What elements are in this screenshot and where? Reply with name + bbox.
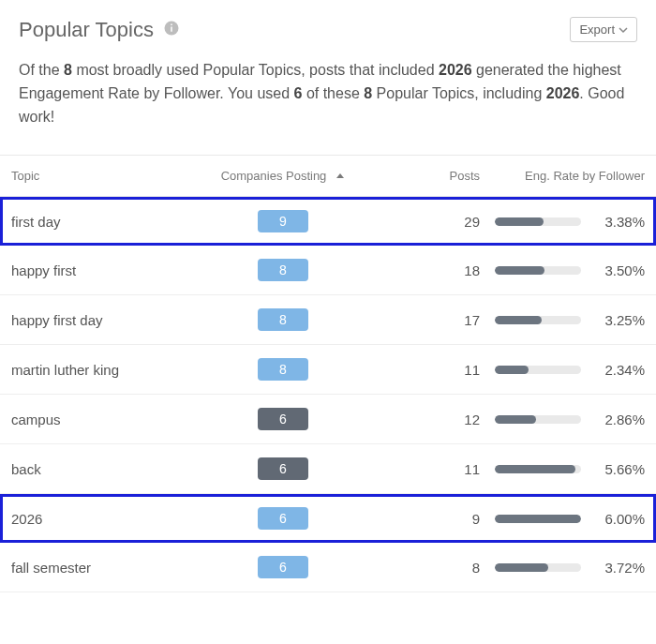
chevron-down-icon [619,25,628,35]
engagement-value: 2.34% [592,362,645,378]
engagement-bar [495,515,581,523]
table-row[interactable]: happy first8183.50% [0,246,656,295]
cell-engagement: 3.25% [480,312,645,328]
table-row[interactable]: happy first day8173.25% [0,295,656,345]
cell-companies: 6 [189,556,377,578]
cell-posts: 29 [377,214,480,230]
cell-posts: 17 [377,312,480,328]
engagement-value: 3.25% [592,312,645,328]
cell-engagement: 5.66% [480,461,645,477]
engagement-value: 3.72% [592,560,645,576]
cell-engagement: 2.86% [480,412,645,427]
engagement-bar [495,266,581,275]
cell-companies: 9 [189,210,377,232]
cell-companies: 8 [189,308,377,331]
svg-rect-2 [171,23,172,25]
cell-engagement: 3.72% [480,560,645,576]
cell-posts: 18 [377,262,480,278]
cell-engagement: 3.38% [480,214,645,230]
col-header-topic[interactable]: Topic [11,169,189,183]
engagement-value: 2.86% [592,412,645,427]
companies-badge: 6 [258,556,308,578]
col-header-companies[interactable]: Companies Posting [189,169,377,183]
table-row[interactable]: fall semester683.72% [0,543,656,592]
cell-topic: 2026 [11,511,189,527]
cell-companies: 6 [189,408,377,430]
cell-topic: campus [11,412,189,427]
cell-engagement: 2.34% [480,362,645,378]
cell-topic: back [11,461,189,477]
popular-topics-panel: Popular Topics Export Of the 8 most broa… [0,0,656,592]
engagement-value: 3.38% [592,214,645,230]
cell-topic: happy first day [11,312,189,328]
engagement-value: 3.50% [592,262,645,278]
title-wrap: Popular Topics [19,18,180,42]
companies-badge: 9 [258,210,308,232]
cell-posts: 11 [377,461,480,477]
export-button[interactable]: Export [570,17,637,42]
companies-badge: 6 [258,507,308,530]
companies-badge: 6 [258,408,308,430]
engagement-bar [495,415,581,424]
cell-posts: 8 [377,560,480,576]
engagement-bar [495,563,581,572]
cell-companies: 6 [189,457,377,480]
svg-rect-1 [171,26,172,31]
table-row[interactable]: first day9293.38% [0,197,656,246]
cell-topic: martin luther king [11,362,189,378]
cell-engagement: 3.50% [480,262,645,278]
companies-badge: 6 [258,457,308,480]
table-row[interactable]: martin luther king8112.34% [0,345,656,395]
engagement-bar [495,316,581,324]
engagement-value: 6.00% [592,511,645,527]
cell-engagement: 6.00% [480,511,645,527]
companies-badge: 8 [258,358,308,381]
companies-badge: 8 [258,308,308,331]
companies-badge: 8 [258,259,308,281]
table-body: first day9293.38%happy first8183.50%happ… [0,197,656,592]
cell-posts: 11 [377,362,480,378]
cell-topic: fall semester [11,560,189,576]
col-header-companies-label: Companies Posting [221,169,327,183]
page-title: Popular Topics [19,18,154,42]
cell-posts: 12 [377,412,480,427]
table-row[interactable]: back6115.66% [0,444,656,494]
table-row[interactable]: campus6122.86% [0,395,656,444]
engagement-bar [495,366,581,374]
engagement-value: 5.66% [592,461,645,477]
info-icon[interactable] [163,20,180,40]
cell-companies: 6 [189,507,377,530]
engagement-bar [495,217,581,226]
cell-topic: happy first [11,262,189,278]
cell-topic: first day [11,214,189,230]
table-header: Topic Companies Posting Posts Eng. Rate … [0,155,656,197]
caret-down-icon [335,172,345,181]
cell-companies: 8 [189,259,377,281]
table-row[interactable]: 2026696.00% [0,494,656,543]
engagement-bar [495,465,581,473]
export-label: Export [579,22,615,37]
panel-header: Popular Topics Export [0,0,656,52]
col-header-engagement[interactable]: Eng. Rate by Follower [480,169,645,183]
summary-text: Of the 8 most broadly used Popular Topic… [0,52,656,155]
col-header-posts[interactable]: Posts [377,169,480,183]
cell-posts: 9 [377,511,480,527]
cell-companies: 8 [189,358,377,381]
topics-table: Topic Companies Posting Posts Eng. Rate … [0,155,656,592]
